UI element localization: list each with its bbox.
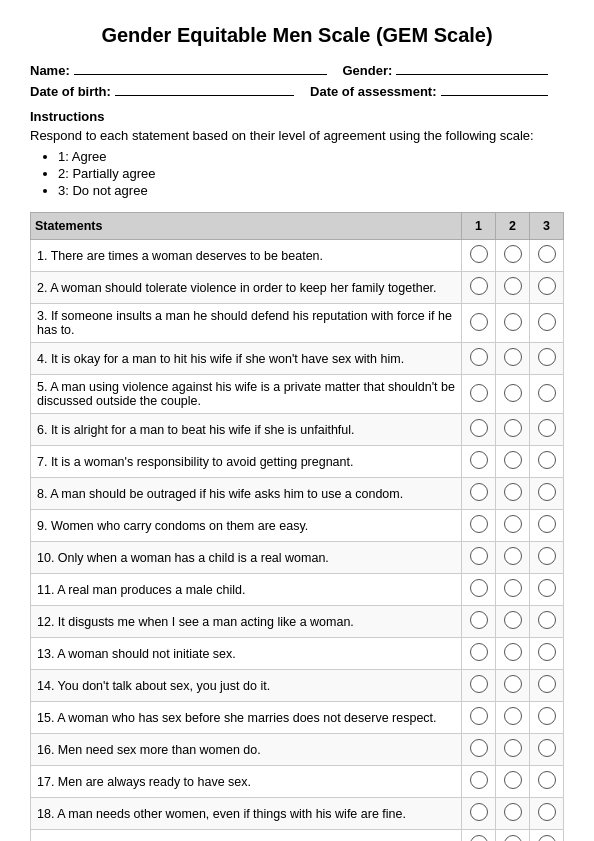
radio-circle[interactable] xyxy=(538,739,556,757)
radio-circle[interactable] xyxy=(470,675,488,693)
radio-circle[interactable] xyxy=(504,547,522,565)
radio-circle[interactable] xyxy=(470,771,488,789)
radio-1-row-6[interactable] xyxy=(462,414,496,446)
radio-circle[interactable] xyxy=(504,835,522,841)
radio-2-row-3[interactable] xyxy=(496,304,530,343)
radio-3-row-13[interactable] xyxy=(530,638,564,670)
radio-1-row-10[interactable] xyxy=(462,542,496,574)
radio-1-row-2[interactable] xyxy=(462,272,496,304)
radio-3-row-18[interactable] xyxy=(530,798,564,830)
radio-2-row-4[interactable] xyxy=(496,343,530,375)
radio-1-row-3[interactable] xyxy=(462,304,496,343)
radio-3-row-16[interactable] xyxy=(530,734,564,766)
radio-2-row-16[interactable] xyxy=(496,734,530,766)
radio-circle[interactable] xyxy=(470,547,488,565)
radio-3-row-7[interactable] xyxy=(530,446,564,478)
radio-circle[interactable] xyxy=(504,611,522,629)
radio-circle[interactable] xyxy=(538,483,556,501)
radio-circle[interactable] xyxy=(538,515,556,533)
radio-circle[interactable] xyxy=(538,277,556,295)
radio-2-row-10[interactable] xyxy=(496,542,530,574)
radio-circle[interactable] xyxy=(470,707,488,725)
radio-1-row-4[interactable] xyxy=(462,343,496,375)
radio-circle[interactable] xyxy=(504,451,522,469)
radio-2-row-7[interactable] xyxy=(496,446,530,478)
radio-circle[interactable] xyxy=(470,451,488,469)
radio-circle[interactable] xyxy=(504,419,522,437)
radio-1-row-18[interactable] xyxy=(462,798,496,830)
radio-circle[interactable] xyxy=(504,483,522,501)
radio-circle[interactable] xyxy=(470,611,488,629)
name-input-line[interactable] xyxy=(74,61,327,75)
radio-circle[interactable] xyxy=(470,835,488,841)
radio-2-row-9[interactable] xyxy=(496,510,530,542)
radio-3-row-12[interactable] xyxy=(530,606,564,638)
radio-3-row-3[interactable] xyxy=(530,304,564,343)
radio-circle[interactable] xyxy=(470,739,488,757)
radio-1-row-7[interactable] xyxy=(462,446,496,478)
radio-2-row-15[interactable] xyxy=(496,702,530,734)
radio-circle[interactable] xyxy=(504,277,522,295)
radio-1-row-1[interactable] xyxy=(462,240,496,272)
radio-3-row-17[interactable] xyxy=(530,766,564,798)
radio-2-row-2[interactable] xyxy=(496,272,530,304)
radio-circle[interactable] xyxy=(538,313,556,331)
radio-3-row-15[interactable] xyxy=(530,702,564,734)
radio-circle[interactable] xyxy=(538,579,556,597)
radio-circle[interactable] xyxy=(538,451,556,469)
radio-2-row-12[interactable] xyxy=(496,606,530,638)
radio-circle[interactable] xyxy=(538,675,556,693)
radio-circle[interactable] xyxy=(538,707,556,725)
radio-circle[interactable] xyxy=(470,643,488,661)
radio-1-row-15[interactable] xyxy=(462,702,496,734)
radio-circle[interactable] xyxy=(470,419,488,437)
radio-circle[interactable] xyxy=(504,803,522,821)
radio-circle[interactable] xyxy=(470,348,488,366)
radio-2-row-6[interactable] xyxy=(496,414,530,446)
radio-circle[interactable] xyxy=(538,643,556,661)
radio-circle[interactable] xyxy=(504,384,522,402)
radio-circle[interactable] xyxy=(470,579,488,597)
radio-circle[interactable] xyxy=(538,547,556,565)
radio-2-row-1[interactable] xyxy=(496,240,530,272)
radio-1-row-16[interactable] xyxy=(462,734,496,766)
doa-input-line[interactable] xyxy=(441,82,549,96)
radio-1-row-8[interactable] xyxy=(462,478,496,510)
radio-3-row-14[interactable] xyxy=(530,670,564,702)
radio-3-row-1[interactable] xyxy=(530,240,564,272)
radio-3-row-10[interactable] xyxy=(530,542,564,574)
radio-circle[interactable] xyxy=(470,245,488,263)
radio-circle[interactable] xyxy=(470,515,488,533)
radio-1-row-17[interactable] xyxy=(462,766,496,798)
radio-circle[interactable] xyxy=(504,579,522,597)
radio-circle[interactable] xyxy=(538,348,556,366)
radio-circle[interactable] xyxy=(470,483,488,501)
radio-3-row-8[interactable] xyxy=(530,478,564,510)
radio-1-row-5[interactable] xyxy=(462,375,496,414)
radio-circle[interactable] xyxy=(538,771,556,789)
radio-1-row-9[interactable] xyxy=(462,510,496,542)
radio-circle[interactable] xyxy=(504,739,522,757)
radio-circle[interactable] xyxy=(538,384,556,402)
radio-2-row-17[interactable] xyxy=(496,766,530,798)
radio-circle[interactable] xyxy=(504,348,522,366)
radio-circle[interactable] xyxy=(504,675,522,693)
radio-3-row-4[interactable] xyxy=(530,343,564,375)
radio-2-row-8[interactable] xyxy=(496,478,530,510)
radio-circle[interactable] xyxy=(504,245,522,263)
radio-2-row-14[interactable] xyxy=(496,670,530,702)
radio-1-row-12[interactable] xyxy=(462,606,496,638)
radio-3-row-9[interactable] xyxy=(530,510,564,542)
radio-circle[interactable] xyxy=(470,313,488,331)
gender-input-line[interactable] xyxy=(396,61,548,75)
radio-circle[interactable] xyxy=(504,643,522,661)
radio-1-row-14[interactable] xyxy=(462,670,496,702)
radio-circle[interactable] xyxy=(504,313,522,331)
radio-circle[interactable] xyxy=(470,803,488,821)
radio-circle[interactable] xyxy=(538,419,556,437)
radio-circle[interactable] xyxy=(538,835,556,841)
dob-input-line[interactable] xyxy=(115,82,294,96)
radio-1-row-19[interactable] xyxy=(462,830,496,842)
radio-3-row-5[interactable] xyxy=(530,375,564,414)
radio-circle[interactable] xyxy=(470,277,488,295)
